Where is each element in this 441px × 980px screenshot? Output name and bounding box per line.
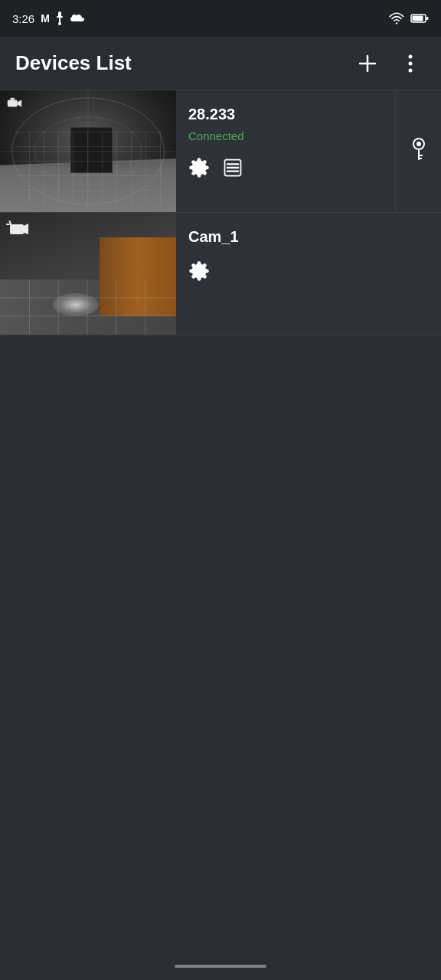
app-bar: Devices List <box>0 37 441 90</box>
svg-marker-18 <box>18 100 21 107</box>
device-list: 28.233 Connected <box>0 90 441 335</box>
svg-point-10 <box>409 54 413 58</box>
more-icon <box>407 53 413 74</box>
nav-gesture-bar <box>175 965 266 968</box>
device-status-1: Connected <box>188 129 383 142</box>
list-item: Cam_1 <box>0 213 441 335</box>
svg-rect-21 <box>227 163 239 165</box>
pin-icon <box>54 11 65 25</box>
device-1-settings-button[interactable] <box>188 155 210 178</box>
key-icon-1 <box>410 138 427 165</box>
more-options-button[interactable] <box>395 48 426 79</box>
status-time: 3:26 <box>12 12 34 25</box>
wifi-icon <box>389 12 404 24</box>
svg-rect-6 <box>413 16 423 21</box>
app-bar-actions <box>352 48 426 79</box>
svg-rect-19 <box>11 98 15 100</box>
cam1-preview <box>0 90 176 212</box>
device-name-1: 28.233 <box>188 106 383 123</box>
cam1-overlay-icon <box>6 95 23 112</box>
cam1-fisheye-overlay <box>0 90 176 212</box>
cloud-icon <box>70 13 85 24</box>
svg-rect-1 <box>57 16 63 18</box>
page-title: Devices List <box>15 51 132 75</box>
device-actions-1 <box>188 155 383 178</box>
svg-point-3 <box>58 22 61 25</box>
battery-icon <box>410 13 429 24</box>
device-2-settings-button[interactable] <box>188 258 210 282</box>
device-info-1: 28.233 Connected <box>176 90 395 212</box>
cam1-dark-box <box>70 127 113 173</box>
svg-point-4 <box>396 22 397 24</box>
svg-rect-23 <box>227 171 239 172</box>
svg-marker-39 <box>24 224 28 234</box>
device-name-2: Cam_1 <box>188 228 429 246</box>
device-1-storage-button[interactable] <box>222 155 243 178</box>
cam2-floor <box>0 279 176 335</box>
device-1-key-button[interactable] <box>395 90 441 212</box>
svg-rect-28 <box>420 158 422 159</box>
svg-rect-7 <box>426 17 429 20</box>
svg-point-25 <box>416 142 421 146</box>
status-icons-right <box>389 12 429 24</box>
svg-rect-27 <box>420 155 423 156</box>
status-bar: 3:26 M <box>0 0 441 37</box>
device-thumbnail-1[interactable] <box>0 90 176 212</box>
svg-rect-22 <box>227 167 239 168</box>
list-item: 28.233 Connected <box>0 90 441 213</box>
device-info-2: Cam_1 <box>176 213 441 335</box>
add-device-button[interactable] <box>352 48 383 79</box>
svg-point-12 <box>409 68 413 72</box>
gmail-icon: M <box>41 12 50 24</box>
svg-rect-38 <box>10 224 24 234</box>
add-icon <box>357 53 378 74</box>
svg-rect-17 <box>8 100 18 107</box>
cam2-overlay-icon <box>6 220 29 239</box>
svg-rect-26 <box>418 149 420 160</box>
device-actions-2 <box>188 258 429 282</box>
svg-rect-2 <box>59 18 60 23</box>
svg-rect-36 <box>6 224 10 225</box>
status-left: 3:26 M <box>12 11 85 25</box>
device-thumbnail-2[interactable] <box>0 213 176 335</box>
svg-point-11 <box>409 61 413 65</box>
status-icons-left: M <box>41 11 85 25</box>
